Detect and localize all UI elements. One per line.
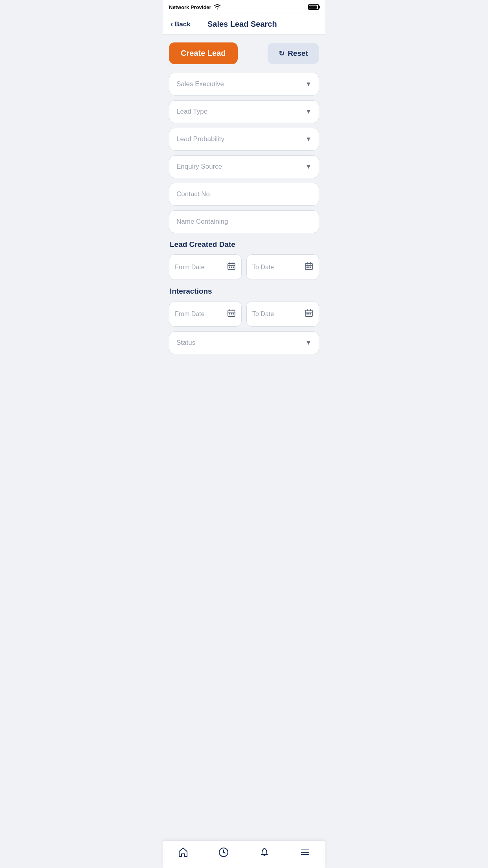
chevron-down-icon: ▼ [305,81,312,88]
wifi-icon [214,4,221,11]
back-button[interactable]: ‹ Back [171,20,191,28]
svg-rect-11 [233,313,234,314]
name-containing-input[interactable] [176,218,312,226]
lead-created-from-date-label: From Date [175,264,205,271]
reset-button[interactable]: ↻ Reset [268,43,319,64]
enquiry-source-label: Enquiry Source [176,163,222,171]
battery-icon [308,4,319,10]
contact-no-field[interactable] [169,183,319,206]
lead-probability-label: Lead Probability [176,135,224,143]
reset-label: Reset [288,49,308,58]
calendar-icon [305,262,313,272]
calendar-icon [227,309,236,319]
create-lead-button[interactable]: Create Lead [169,42,238,64]
svg-rect-6 [308,267,310,268]
lead-created-to-date[interactable]: To Date [246,254,319,280]
chevron-down-icon: ▼ [305,108,312,115]
back-label: Back [174,20,191,28]
network-provider-text: Network Provider [169,4,211,10]
svg-rect-13 [306,313,308,314]
sales-executive-label: Sales Executive [176,80,224,88]
lead-created-date-row: From Date To Date [169,254,319,280]
svg-rect-10 [231,313,232,314]
status-label: Status [176,339,195,347]
lead-type-label: Lead Type [176,108,207,116]
chevron-down-icon: ▼ [305,163,312,170]
interactions-section-title: Interactions [170,287,319,296]
status-bar-left: Network Provider [169,4,221,11]
calendar-icon [227,262,236,272]
interactions-date-row: From Date To Date [169,301,319,327]
chevron-down-icon: ▼ [305,339,312,346]
enquiry-source-dropdown[interactable]: Enquiry Source ▼ [169,155,319,178]
contact-no-input[interactable] [176,190,312,198]
back-chevron-icon: ‹ [171,20,173,28]
svg-rect-15 [310,313,311,314]
svg-rect-5 [306,267,308,268]
interactions-to-date-label: To Date [252,311,274,318]
calendar-icon [305,309,313,319]
svg-rect-3 [233,267,234,268]
interactions-from-date[interactable]: From Date [169,301,242,327]
name-containing-field[interactable] [169,210,319,233]
interactions-from-date-label: From Date [175,311,205,318]
chevron-down-icon: ▼ [305,136,312,143]
status-bar: Network Provider [163,0,325,14]
header: ‹ Back Sales Lead Search [163,14,325,35]
svg-rect-1 [229,267,230,268]
lead-created-to-date-label: To Date [252,264,274,271]
action-row: Create Lead ↻ Reset [169,42,319,64]
svg-rect-14 [308,313,310,314]
reset-icon: ↻ [279,49,284,58]
sales-executive-dropdown[interactable]: Sales Executive ▼ [169,73,319,96]
status-dropdown[interactable]: Status ▼ [169,331,319,354]
lead-type-dropdown[interactable]: Lead Type ▼ [169,100,319,123]
main-content: Create Lead ↻ Reset Sales Executive ▼ Le… [163,35,325,398]
svg-rect-9 [229,313,230,314]
lead-probability-dropdown[interactable]: Lead Probability ▼ [169,128,319,151]
lead-created-date-section-title: Lead Created Date [170,240,319,249]
svg-rect-7 [310,267,311,268]
interactions-to-date[interactable]: To Date [246,301,319,327]
lead-created-from-date[interactable]: From Date [169,254,242,280]
svg-rect-2 [231,267,232,268]
page-title: Sales Lead Search [191,20,294,29]
